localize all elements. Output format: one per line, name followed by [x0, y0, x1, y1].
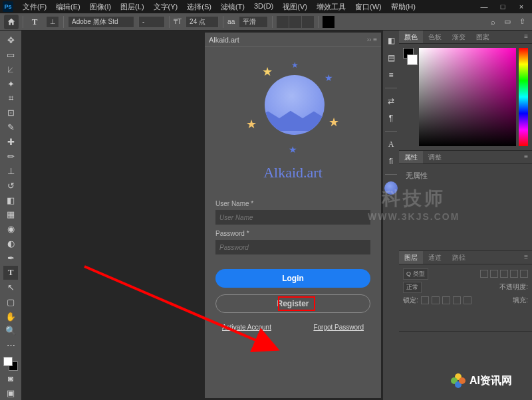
- foreground-background-swatch[interactable]: [3, 357, 18, 371]
- tab-color[interactable]: 颜色: [399, 31, 423, 43]
- screenmode-tool[interactable]: ▣: [3, 386, 18, 400]
- dock-icon[interactable]: A: [385, 138, 397, 150]
- tab-gradients[interactable]: 渐变: [447, 31, 471, 43]
- menu-window[interactable]: 窗口(W): [351, 1, 386, 13]
- marquee-tool[interactable]: ▭: [3, 48, 18, 62]
- tab-layers[interactable]: 图层: [399, 251, 423, 264]
- tab-patterns[interactable]: 图案: [471, 31, 495, 43]
- activate-account-link[interactable]: Activate Account: [222, 324, 271, 331]
- filter-icon[interactable]: [500, 270, 508, 278]
- menu-edit[interactable]: 编辑(E): [52, 1, 84, 13]
- hand-tool[interactable]: ✋: [3, 310, 18, 324]
- crop-tool[interactable]: ⌗: [3, 92, 18, 106]
- blur-tool[interactable]: ◉: [3, 222, 18, 236]
- share-icon[interactable]: ⇧: [516, 16, 528, 28]
- more-tools[interactable]: ⋯: [3, 338, 18, 352]
- menu-view[interactable]: 视图(V): [279, 1, 311, 13]
- lock-icon[interactable]: [432, 296, 440, 304]
- move-tool[interactable]: ✥: [3, 33, 18, 47]
- menu-image[interactable]: 图像(I): [86, 1, 115, 13]
- wand-tool[interactable]: ✦: [3, 77, 18, 91]
- eraser-tool[interactable]: ◧: [3, 193, 18, 207]
- close-button[interactable]: ×: [513, 1, 529, 12]
- register-button[interactable]: Register: [215, 294, 370, 313]
- gradient-tool[interactable]: ▦: [3, 208, 18, 222]
- menu-layer[interactable]: 图层(L): [116, 1, 148, 13]
- maximize-button[interactable]: □: [495, 1, 511, 12]
- dock-icon[interactable]: ≡: [385, 69, 397, 81]
- color-picker[interactable]: [419, 48, 516, 146]
- menu-3d[interactable]: 3D(D): [250, 1, 277, 13]
- fg-bg-swatch[interactable]: [403, 48, 416, 146]
- filter-icon[interactable]: [510, 270, 518, 278]
- lock-icon[interactable]: [464, 296, 471, 304]
- font-size-dropdown[interactable]: 24 点: [186, 16, 219, 28]
- tab-adjustments[interactable]: 调整: [423, 151, 447, 163]
- healing-tool[interactable]: ✚: [3, 135, 18, 149]
- menu-select[interactable]: 选择(S): [183, 1, 215, 13]
- filter-icon[interactable]: [480, 270, 488, 278]
- quickmask-tool[interactable]: ◙: [3, 371, 18, 385]
- shape-tool[interactable]: ▢: [3, 295, 18, 309]
- properties-panel: 属性 调整 ≡ 无属性: [399, 151, 532, 251]
- font-style-dropdown[interactable]: -: [138, 16, 165, 28]
- menu-plugins[interactable]: 增效工具: [313, 1, 350, 13]
- search-icon[interactable]: ⌕: [487, 16, 499, 28]
- password-input[interactable]: [215, 240, 370, 254]
- align-center-button[interactable]: [289, 16, 301, 28]
- tab-properties[interactable]: 属性: [399, 151, 423, 163]
- dock-icon[interactable]: ⇄: [385, 95, 397, 107]
- dock-icon[interactable]: ▤: [385, 52, 397, 64]
- alkaid-panel-title-bar: Alkaid.art ›› ≡: [205, 33, 381, 47]
- panel-menu-icon[interactable]: ≡: [520, 251, 532, 264]
- antialias-dropdown[interactable]: 平滑: [239, 16, 268, 28]
- panel-collapse-icon[interactable]: ›› ≡: [367, 36, 377, 43]
- filter-icon[interactable]: [520, 270, 528, 278]
- tab-channels[interactable]: 通道: [423, 251, 447, 264]
- menu-help[interactable]: 帮助(H): [387, 1, 420, 13]
- separator: [385, 174, 397, 175]
- workspace-icon[interactable]: ▭: [501, 16, 513, 28]
- dock-icon[interactable]: fi: [385, 155, 397, 167]
- font-family-dropdown[interactable]: Adobe 黑体 Std: [68, 16, 134, 28]
- stamp-tool[interactable]: ⊥: [3, 164, 18, 178]
- layer-filter-dropdown[interactable]: Q 类型: [403, 268, 428, 280]
- dodge-tool[interactable]: ◐: [3, 237, 18, 250]
- panel-menu-icon[interactable]: ≡: [520, 31, 532, 43]
- username-input[interactable]: [215, 210, 370, 225]
- text-color-swatch[interactable]: [323, 16, 334, 28]
- minimize-button[interactable]: —: [476, 1, 492, 12]
- forgot-password-link[interactable]: Forgot Password: [313, 324, 364, 331]
- brush-tool[interactable]: ✏: [3, 150, 18, 163]
- lasso-tool[interactable]: ⟀: [3, 62, 18, 76]
- zoom-tool[interactable]: 🔍: [3, 324, 18, 338]
- filter-icon[interactable]: [490, 270, 498, 278]
- menu-file[interactable]: 文件(F): [19, 1, 51, 13]
- tab-swatches[interactable]: 色板: [423, 31, 447, 43]
- lock-icon[interactable]: [421, 296, 429, 304]
- path-tool[interactable]: ↖: [3, 280, 18, 294]
- dock-icon[interactable]: ¶: [385, 112, 397, 124]
- hue-slider[interactable]: [519, 48, 528, 146]
- tab-paths[interactable]: 路径: [447, 251, 471, 264]
- panel-menu-icon[interactable]: ≡: [520, 151, 532, 163]
- pen-tool[interactable]: ✒: [3, 251, 18, 265]
- blend-mode-dropdown[interactable]: 正常: [403, 282, 422, 293]
- lock-icon[interactable]: [442, 296, 450, 304]
- type-orientation-toggle[interactable]: ⊥: [46, 16, 59, 28]
- lock-icon[interactable]: [453, 296, 461, 304]
- type-tool[interactable]: T: [3, 266, 18, 280]
- home-button[interactable]: [4, 15, 19, 29]
- dock-icon[interactable]: ◧: [385, 35, 397, 47]
- login-button[interactable]: Login: [215, 269, 370, 288]
- align-right-button[interactable]: [302, 16, 314, 28]
- align-left-button[interactable]: [277, 16, 289, 28]
- menu-filter[interactable]: 滤镜(T): [217, 1, 249, 13]
- history-brush-tool[interactable]: ↺: [3, 179, 18, 193]
- alkaid-dock-icon[interactable]: [384, 181, 398, 195]
- menu-type[interactable]: 文字(Y): [150, 1, 182, 13]
- separator: [223, 16, 223, 28]
- lock-label: 锁定:: [403, 296, 418, 305]
- eyedropper-tool[interactable]: ✎: [3, 120, 18, 134]
- frame-tool[interactable]: ⊡: [3, 106, 18, 120]
